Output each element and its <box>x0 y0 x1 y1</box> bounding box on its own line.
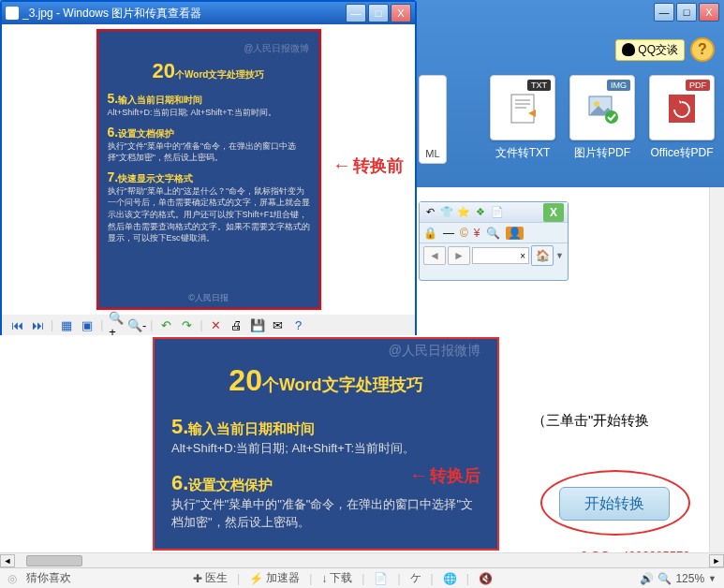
pdf-swirl-icon <box>663 89 701 126</box>
lock-icon[interactable]: 🔒 <box>423 227 437 240</box>
status-bar: ◎ 猜你喜欢 ✚ 医生 | ⚡ 加速器 | ↓ 下载 | 📄 | ケ | 🌐 |… <box>0 567 724 588</box>
status-accelerator[interactable]: ⚡ 加速器 <box>249 570 300 586</box>
image-section-6: 6.设置文档保护 执行"文件"菜单中的"准备"命令，在弹出的窗口中选择"文档加密… <box>108 125 310 164</box>
status-like[interactable]: 猜你喜欢 <box>26 570 71 586</box>
start-convert-button[interactable]: 开始转换 <box>559 487 670 521</box>
horizontal-scrollbar[interactable]: ◄ ► <box>0 552 724 567</box>
home-button[interactable]: 🏠 <box>531 245 554 266</box>
tool-card-img[interactable]: IMG 图片转PDF <box>569 75 635 161</box>
pv-help-button[interactable]: ? <box>291 317 306 332</box>
yen-icon[interactable]: ¥ <box>474 227 480 240</box>
pv-zoom-in-button[interactable]: 🔍+ <box>109 317 124 332</box>
tool-card-pdf[interactable]: PDF Office转PDF <box>649 75 715 161</box>
pv-rotate-cw-button[interactable]: ↷ <box>179 317 194 332</box>
pv-minimize-button[interactable]: — <box>346 4 366 22</box>
svg-rect-0 <box>511 95 534 123</box>
status-doctor[interactable]: ✚ 医生 <box>193 570 228 586</box>
close-button[interactable]: X <box>699 3 719 22</box>
tool-label-img: 图片转PDF <box>574 145 630 161</box>
zoom-icon[interactable]: 🔍 <box>658 572 672 585</box>
status-page-icon[interactable]: 📄 <box>374 572 388 585</box>
image-footer: ©人民日报 <box>98 292 319 304</box>
top-badge-row: QQ交谈 ? <box>615 37 715 62</box>
format-label-img: IMG <box>607 80 630 91</box>
status-bullet-icon: ◎ <box>7 572 17 585</box>
chevron-down-icon[interactable]: ▼ <box>555 251 564 260</box>
tool-label-pdf: Office转PDF <box>650 145 713 161</box>
zoom-dropdown-icon[interactable]: ▼ <box>708 574 717 583</box>
pv-zoom-out-button[interactable]: 🔍- <box>129 317 144 332</box>
scroll-right-button[interactable]: ► <box>709 554 724 567</box>
image-section-7: 7.快速显示文字格式 执行"帮助"菜单上的"这是什么？"命令，鼠标指针变为一个问… <box>108 169 310 244</box>
help-icon[interactable]: ? <box>690 37 715 62</box>
svg-point-6 <box>605 110 618 124</box>
document-lines-icon <box>504 89 541 126</box>
image-section-5: 5.输入当前日期和时间 Alt+Shift+D:当前日期; Alt+Shift+… <box>108 91 310 119</box>
zoom-controls: 🔊 🔍 125% ▼ <box>640 572 717 585</box>
tool-card-partial[interactable]: ML <box>419 75 447 164</box>
browser-fragment-window: ↶ 👕 ⭐ ❖ 📄 X 🔒 — © ¥ 🔍 👤 ◄ ► × 🏠 ▼ <box>419 201 569 281</box>
nav-back-button[interactable]: ◄ <box>423 246 446 265</box>
pv-fit-button[interactable]: ▦ <box>59 317 74 332</box>
qq-penguin-icon <box>622 43 635 56</box>
address-bar[interactable]: × <box>472 247 529 264</box>
image-watermark: @人民日报微博 <box>108 42 310 55</box>
tool-card-row: TXT 文件转TXT IMG 图片转PDF PDF Office转PDF <box>490 75 715 161</box>
start-button-area: 开始转换 <box>559 487 670 521</box>
dash-icon: — <box>443 227 454 240</box>
qq-chat-badge[interactable]: QQ交谈 <box>615 39 685 61</box>
pv-next-button[interactable]: ⏭ <box>30 317 45 332</box>
status-speaker-icon[interactable]: 🔊 <box>640 572 654 585</box>
image-section-5-large: 5.输入当前日期和时间 Alt+Shift+D:当前日期; Alt+Shift+… <box>171 415 480 458</box>
pv-delete-button[interactable]: ✕ <box>209 317 224 332</box>
image-watermark-large: @人民日报微博 <box>171 343 480 360</box>
photo-viewer-titlebar[interactable]: _3.jpg - Windows 图片和传真查看器 — □ X <box>2 2 415 24</box>
displayed-image-before: @人民日报微博 20个Word文字处理技巧 5.输入当前日期和时间 Alt+Sh… <box>96 29 321 310</box>
vertical-scrollbar[interactable] <box>709 187 724 552</box>
format-label-txt: TXT <box>527 80 551 91</box>
displayed-image-after: @人民日报微博 20个Word文字处理技巧 5.输入当前日期和时间 Alt+Sh… <box>153 337 499 551</box>
instruction-text: （三单击"开始转换 <box>532 412 649 430</box>
copyright-icon[interactable]: © <box>460 227 468 240</box>
pv-print-button[interactable]: 🖨 <box>229 317 244 332</box>
status-download[interactable]: ↓ 下载 <box>321 570 352 586</box>
back-icon[interactable]: ↶ <box>423 206 436 219</box>
star-icon[interactable]: ⭐ <box>457 206 470 219</box>
app-icon <box>6 7 19 20</box>
pv-rotate-ccw-button[interactable]: ↶ <box>158 317 173 332</box>
svg-rect-7 <box>669 95 695 123</box>
annotation-before: 转换前 <box>332 154 404 177</box>
status-ke[interactable]: ケ <box>410 570 421 586</box>
search-icon[interactable]: 🔍 <box>486 227 500 240</box>
shirt-icon[interactable]: 👕 <box>440 206 453 219</box>
scroll-thumb[interactable] <box>26 555 82 566</box>
user-icon[interactable]: 👤 <box>506 227 524 240</box>
browser-nav-row: ◄ ► × 🏠 ▼ <box>420 243 568 268</box>
green-close-button[interactable]: X <box>543 203 564 222</box>
image-check-icon <box>584 89 621 126</box>
page-icon[interactable]: 📄 <box>491 206 504 219</box>
qq-chat-label: QQ交谈 <box>638 42 678 58</box>
status-globe-icon[interactable]: 🌐 <box>443 572 457 585</box>
status-mute-icon[interactable]: 🔇 <box>479 572 493 585</box>
minimize-button[interactable]: — <box>654 3 674 22</box>
pv-close-button[interactable]: X <box>391 4 411 22</box>
main-window-controls: — □ X <box>654 3 719 22</box>
annotation-after: 转换后 <box>409 464 480 487</box>
nav-fwd-button[interactable]: ► <box>448 246 470 265</box>
diamond-icon[interactable]: ❖ <box>474 206 487 219</box>
pv-maximize-button[interactable]: □ <box>368 4 389 22</box>
format-label-pdf: PDF <box>686 80 710 91</box>
pv-prev-button[interactable]: ⏮ <box>9 317 24 332</box>
pv-actual-button[interactable]: ▣ <box>80 317 95 332</box>
tool-label-txt: 文件转TXT <box>495 145 551 161</box>
tool-card-txt[interactable]: TXT 文件转TXT <box>490 75 555 161</box>
maximize-button[interactable]: □ <box>676 3 697 22</box>
photo-viewer-title: _3.jpg - Windows 图片和传真查看器 <box>22 6 201 22</box>
pv-save-button[interactable]: 💾 <box>250 317 265 332</box>
photo-viewer-toolbar: ⏮ ⏭ | ▦ ▣ | 🔍+ 🔍- | ↶ ↷ | ✕ 🖨 💾 ✉ ? <box>2 315 415 335</box>
pv-mail-button[interactable]: ✉ <box>271 317 286 332</box>
zoom-level[interactable]: 125% <box>675 572 704 585</box>
scroll-left-button[interactable]: ◄ <box>0 554 15 567</box>
image-title: 20个Word文字处理技巧 <box>108 59 310 83</box>
